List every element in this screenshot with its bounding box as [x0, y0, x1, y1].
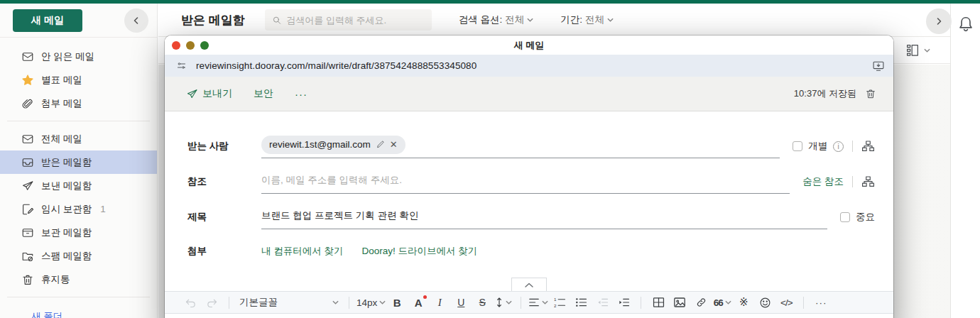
cc-input[interactable]	[261, 175, 790, 185]
cc-field[interactable]	[261, 170, 790, 194]
important-checkbox[interactable]	[840, 212, 850, 222]
divider	[521, 297, 521, 309]
sidebar-item-spam[interactable]: 스팸 메일함	[0, 244, 157, 268]
special-char-button[interactable]: ※	[734, 293, 753, 312]
sidebar-collapse-button[interactable]	[124, 9, 148, 33]
recipient-chip[interactable]: reviewit.1st@gmail.com ✕	[261, 136, 405, 154]
sidebar-item-trash[interactable]: 휴지통	[0, 268, 157, 291]
editor-toolbar: 기본글꼴 14px B A I U S 12	[165, 291, 893, 314]
chevron-down-icon	[527, 18, 533, 22]
edit-recipient-icon[interactable]	[376, 140, 385, 149]
url-text[interactable]: reviewinsight.dooray.com/mail/write/draf…	[196, 60, 865, 71]
individual-label: 개별	[808, 140, 827, 153]
paper-plane-icon	[21, 180, 34, 192]
new-mail-button[interactable]: 새 메일	[13, 9, 82, 32]
indent-button[interactable]	[614, 293, 633, 312]
sidebar-item-starred[interactable]: 별표 메일	[0, 68, 157, 92]
compose-toolbar: 보내기 보안 ··· 10:37에 저장됨	[165, 77, 893, 111]
archive-icon	[21, 226, 34, 239]
underline-button[interactable]: U	[451, 293, 471, 312]
subject-field[interactable]	[261, 205, 827, 229]
zoom-window-button[interactable]	[200, 41, 209, 50]
redo-button[interactable]	[202, 293, 222, 312]
sidebar-item-archive[interactable]: 보관 메일함	[0, 221, 157, 244]
folder-label: 보낸 메일함	[41, 180, 92, 192]
notification-bell-icon[interactable]	[957, 15, 975, 33]
undo-button[interactable]	[180, 293, 200, 312]
chevron-down-icon	[924, 48, 930, 53]
chevron-down-icon	[332, 300, 339, 305]
org-chart-icon[interactable]	[861, 140, 875, 153]
insert-table-button[interactable]	[648, 293, 668, 312]
insert-link-button[interactable]	[691, 293, 711, 312]
line-height-dropdown[interactable]	[494, 293, 513, 312]
attach-row: 첨부 내 컴퓨터에서 찾기 Dooray! 드라이브에서 찾기	[187, 235, 875, 268]
font-size-dropdown[interactable]: 14px	[356, 293, 386, 312]
font-family-dropdown[interactable]: 기본글꼴	[236, 293, 342, 312]
site-settings-button[interactable]	[173, 58, 189, 74]
sidebar-item-attachments[interactable]: 첨부 메일	[0, 92, 157, 115]
emoji-button[interactable]	[755, 293, 775, 312]
indent-icon	[618, 297, 630, 308]
sidebar-item-drafts[interactable]: 임시 보관함 1	[0, 197, 157, 221]
strikethrough-button[interactable]: S	[472, 293, 492, 312]
editor-more-button[interactable]: ···	[811, 293, 831, 312]
font-size-value: 14px	[356, 297, 377, 308]
svg-text:1: 1	[554, 297, 557, 302]
inbox-icon	[21, 156, 34, 169]
spam-folder-icon	[21, 250, 34, 263]
toolbar-more-button[interactable]: ···	[295, 88, 307, 100]
attach-from-drive-link[interactable]: Dooray! 드라이브에서 찾기	[362, 245, 478, 258]
bcc-link[interactable]: 숨은 참조	[802, 175, 844, 188]
remove-recipient-icon[interactable]: ✕	[390, 139, 398, 150]
close-window-button[interactable]	[172, 41, 180, 50]
sidebar-divider	[7, 297, 150, 297]
cc-row: 참조 숨은 참조	[187, 164, 875, 199]
individual-checkbox[interactable]	[793, 141, 802, 151]
window-titlebar[interactable]: 새 메일	[165, 35, 893, 55]
search-input[interactable]	[286, 15, 424, 26]
bold-button[interactable]: B	[387, 293, 407, 312]
mail-icon	[21, 50, 34, 63]
align-dropdown[interactable]	[528, 293, 548, 312]
mail-search-box[interactable]	[265, 9, 432, 31]
sidebar-item-sent[interactable]: 보낸 메일함	[0, 174, 157, 197]
message-body-area[interactable]	[165, 314, 893, 318]
blockquote-dropdown[interactable]: 66	[712, 293, 732, 312]
insert-image-button[interactable]	[670, 293, 690, 312]
divider	[803, 297, 804, 309]
toolbar-collapse-tab[interactable]	[511, 278, 547, 291]
new-folder-link[interactable]: 새 폴더	[0, 303, 157, 318]
view-mode-dropdown[interactable]	[905, 44, 930, 57]
sidebar-item-all-mail[interactable]: 전체 메일	[0, 127, 157, 150]
sidebar-item-unread[interactable]: 안 읽은 메일	[0, 45, 157, 68]
info-icon[interactable]: i	[833, 141, 844, 152]
subject-input[interactable]	[261, 210, 827, 221]
outdent-button[interactable]	[592, 293, 612, 312]
security-button[interactable]: 보안	[254, 87, 273, 100]
attach-from-computer-link[interactable]: 내 컴퓨터에서 찾기	[261, 245, 344, 258]
org-chart-icon[interactable]	[861, 175, 875, 189]
sidebar-item-inbox[interactable]: 받은 메일함	[0, 150, 157, 174]
security-label: 보안	[254, 87, 273, 100]
divider	[641, 297, 641, 309]
install-app-icon[interactable]	[872, 60, 885, 72]
chevron-down-icon	[607, 18, 614, 22]
bullet-list-button[interactable]	[571, 293, 591, 312]
star-icon	[21, 74, 34, 87]
discard-draft-icon[interactable]	[865, 88, 876, 99]
panel-expand-button[interactable]	[926, 9, 952, 34]
send-button[interactable]: 보내기	[186, 87, 232, 100]
period-dropdown[interactable]: 기간: 전체	[560, 13, 614, 26]
minimize-window-button[interactable]	[186, 41, 195, 50]
compose-form: 받는 사람 reviewit.1st@gmail.com ✕ 개별 i	[165, 111, 893, 268]
ordered-list-button[interactable]: 12	[550, 293, 570, 312]
italic-button[interactable]: I	[430, 293, 450, 312]
font-color-button[interactable]: A	[408, 293, 428, 312]
code-view-button[interactable]: </>	[776, 293, 796, 312]
mail-icon	[21, 133, 34, 146]
to-field[interactable]: reviewit.1st@gmail.com ✕	[261, 134, 780, 158]
folder-label: 전체 메일	[41, 133, 82, 146]
address-bar[interactable]: reviewinsight.dooray.com/mail/write/draf…	[165, 55, 893, 77]
search-option-dropdown[interactable]: 검색 옵션: 전체	[459, 13, 534, 26]
